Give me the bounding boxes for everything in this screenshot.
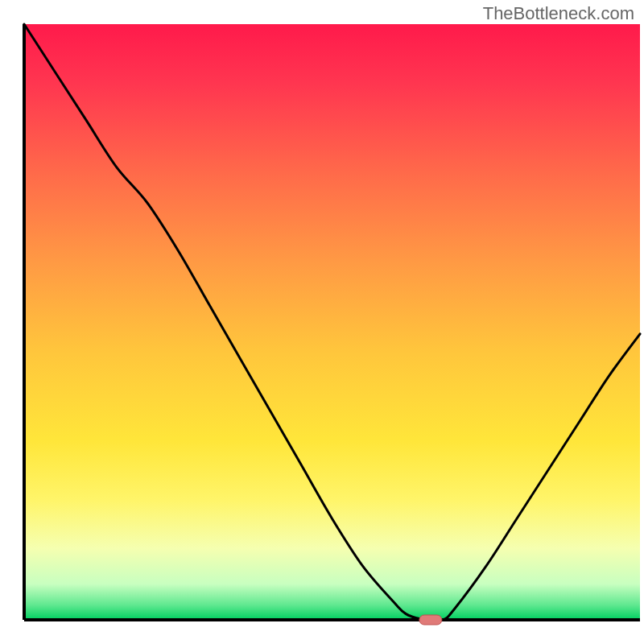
bottleneck-chart <box>0 0 644 644</box>
optimal-marker <box>419 615 442 625</box>
plot-background <box>24 24 640 620</box>
chart-container: { "watermark": "TheBottleneck.com", "cha… <box>0 0 644 644</box>
watermark-text: TheBottleneck.com <box>483 3 634 24</box>
